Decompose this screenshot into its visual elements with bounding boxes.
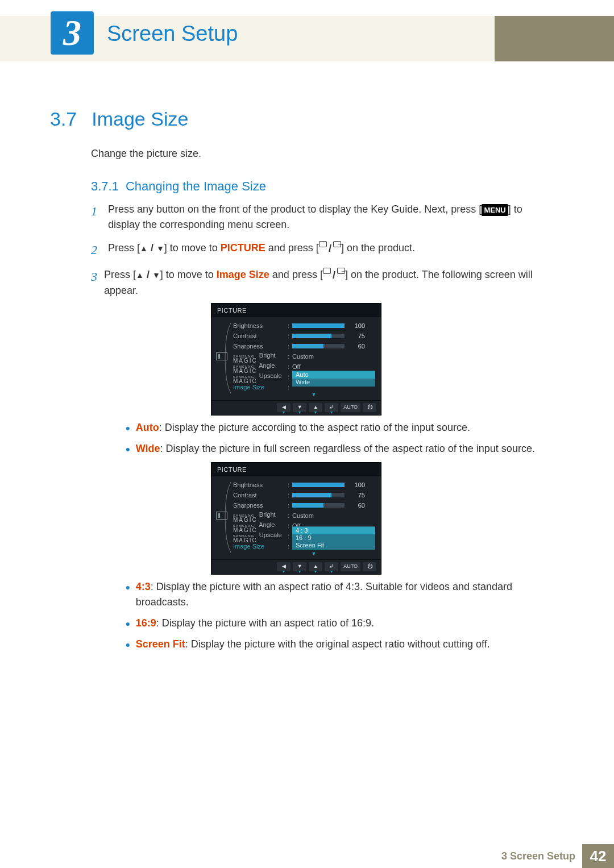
osd-footer-buttons: ◀▾ ▼▾ ▲▾ ↲▾ AUTO ⏻ xyxy=(211,559,381,574)
down-icon: ▼ xyxy=(156,244,164,253)
up-icon: ▲ xyxy=(136,271,144,280)
osd-enter-icon: ↲▾ xyxy=(325,562,338,571)
enter-icon: / xyxy=(323,268,345,283)
chapter-number: 3 xyxy=(63,12,81,54)
subsection-number: 3.7.1 xyxy=(91,179,119,194)
section-intro: Change the picture size. xyxy=(91,148,201,160)
chapter-title: Screen Setup xyxy=(107,22,238,46)
osd-category-icon xyxy=(216,352,227,360)
osd-enter-icon: ↲▾ xyxy=(325,403,338,412)
bullet-list-1: •Auto: Display the picture according to … xyxy=(126,420,558,456)
up-icon: ▲ xyxy=(140,244,148,253)
osd-down-icon: ▼▾ xyxy=(293,403,306,412)
osd-title: PICTURE xyxy=(211,463,381,477)
osd-category-icon xyxy=(216,512,227,520)
subsection-title: Changing the Image Size xyxy=(126,179,266,194)
osd-screenshot-1: PICTURE Brightness:100 Contrast:75 Sharp… xyxy=(211,303,381,416)
osd-back-icon: ◀▾ xyxy=(277,403,291,412)
bullet-list-2: •4:3: Display the picture with an aspect… xyxy=(126,579,558,652)
osd-back-icon: ◀▾ xyxy=(277,562,291,571)
subsection-heading: 3.7.1 Changing the Image Size xyxy=(91,179,266,194)
step-1: 1 Press any button on the front of the p… xyxy=(91,202,523,232)
osd-screenshot-2: PICTURE Brightness:100 Contrast:75 Sharp… xyxy=(211,462,381,575)
footer-chapter-label: 3 Screen Setup xyxy=(501,850,582,862)
section-heading: 3.7 Image Size xyxy=(50,108,188,130)
scroll-down-icon: ▼ xyxy=(252,391,375,399)
section-number: 3.7 xyxy=(50,108,77,130)
step-2: 2 Press [▲ / ▼] to move to PICTURE and p… xyxy=(91,240,523,259)
step-list: 1 Press any button on the front of the p… xyxy=(91,202,523,666)
osd-power-icon: ⏻ xyxy=(363,562,376,571)
osd-auto-button: AUTO xyxy=(341,562,360,571)
section-title: Image Size xyxy=(92,108,188,130)
osd-title: PICTURE xyxy=(211,304,381,318)
page-footer: 3 Screen Setup 42 xyxy=(501,844,614,868)
osd-down-icon: ▼▾ xyxy=(293,562,306,571)
step-3: 3 Press [▲ / ▼] to move to Image Size an… xyxy=(91,267,523,658)
down-icon: ▼ xyxy=(152,271,160,280)
osd-auto-button: AUTO xyxy=(341,403,360,412)
scroll-down-icon: ▼ xyxy=(252,550,375,558)
page-number: 42 xyxy=(582,844,614,868)
osd-up-icon: ▲▾ xyxy=(309,403,322,412)
enter-icon: / xyxy=(319,241,341,256)
osd-up-icon: ▲▾ xyxy=(309,562,322,571)
osd-power-icon: ⏻ xyxy=(363,403,376,412)
osd-footer-buttons: ◀▾ ▼▾ ▲▾ ↲▾ AUTO ⏻ xyxy=(211,400,381,415)
chapter-number-box: 3 xyxy=(51,11,94,55)
menu-button-icon: MENU xyxy=(482,204,508,217)
